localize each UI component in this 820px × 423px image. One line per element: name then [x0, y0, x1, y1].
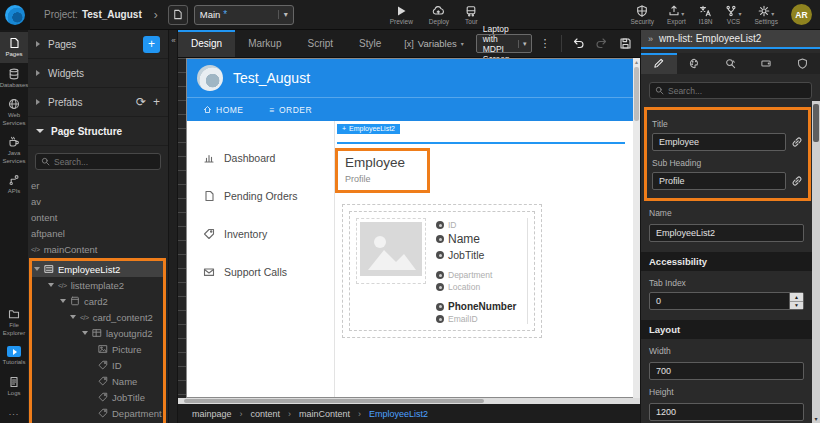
deploy-button[interactable]: Deploy [429, 5, 449, 25]
field-id[interactable]: ID [436, 220, 523, 230]
sidebar-item-support-calls[interactable]: Support Calls [187, 253, 334, 291]
name-input[interactable] [649, 224, 804, 242]
breadcrumb-maincontent[interactable]: mainContent [299, 409, 350, 419]
tab-device[interactable] [748, 53, 784, 74]
export-button[interactable]: ▾ Export [667, 5, 686, 25]
wavemaker-logo[interactable] [0, 0, 30, 30]
tab-markup[interactable]: Markup [235, 30, 294, 57]
field-phonenumber[interactable]: PhoneNumber [436, 301, 523, 312]
sidebar-item-dashboard[interactable]: Dashboard [187, 139, 334, 177]
scroll-up-arrow[interactable]: ▴ [633, 58, 640, 66]
sidebar-item-inventory[interactable]: Inventory [187, 215, 334, 253]
list-item-zone[interactable]: ID Name JobTitle Department Location Pho… [342, 204, 542, 338]
device-selector-dropdown[interactable]: Laptop with MDPI Screen ▾ [476, 34, 532, 53]
tree-node-nav[interactable]: av [28, 193, 168, 209]
rail-item-logs[interactable]: Logs [0, 371, 28, 402]
tree-node-maincontent[interactable]: </>mainContent [28, 241, 168, 257]
scrollbar-thumb[interactable] [813, 104, 819, 142]
rail-item-java-services[interactable]: Java Services [0, 131, 28, 169]
save-button[interactable] [619, 37, 632, 50]
user-avatar[interactable]: AR [791, 4, 812, 25]
add-page-button[interactable]: + [143, 36, 160, 53]
refresh-icon[interactable]: ⟳ [136, 95, 146, 109]
stepper-up-icon[interactable]: ▲ [790, 293, 803, 302]
employee-list-widget[interactable]: Employee Profile ID [337, 142, 625, 338]
nav-item-order[interactable]: ≡ ORDER [270, 105, 313, 115]
security-button[interactable]: Security [630, 5, 653, 25]
canvas-vertical-scrollbar[interactable]: ▴ [633, 58, 640, 398]
structure-search-input[interactable] [54, 157, 155, 167]
widget-selection-chip[interactable]: + EmployeeList2 [337, 124, 400, 134]
breadcrumb-employeelist2[interactable]: EmployeeList2 [369, 409, 428, 419]
section-widgets[interactable]: Widgets [28, 59, 168, 88]
tree-node-jobtitle[interactable]: JobTitle [32, 389, 163, 405]
properties-search-input[interactable] [668, 86, 806, 96]
preview-button[interactable]: Preview [390, 5, 413, 25]
tab-design[interactable]: Design [178, 30, 235, 57]
bind-link-icon[interactable] [791, 175, 803, 187]
vcs-button[interactable]: ▾ VCS [725, 5, 741, 25]
field-jobtitle[interactable]: JobTitle [436, 249, 523, 261]
canvas-page[interactable]: Test_August HOME ≡ ORDER [186, 58, 633, 398]
breadcrumb-mainpage[interactable]: mainpage [192, 409, 232, 419]
more-options-button[interactable]: ⋮ [540, 30, 551, 57]
scrollbar-thumb[interactable] [634, 67, 639, 121]
rail-item-databases[interactable]: Databases [0, 63, 28, 94]
scroll-down-arrow[interactable]: ▾ [812, 415, 820, 422]
rail-overflow-button[interactable]: ... [0, 401, 28, 423]
breadcrumb-content[interactable]: content [251, 409, 281, 419]
tree-node-card-content2[interactable]: </> card_content2 [32, 309, 163, 325]
tree-node-leftpanel[interactable]: aftpanel [28, 225, 168, 241]
app-main-content[interactable]: + EmployeeList2 Employee Profile [335, 121, 633, 397]
settings-button[interactable]: ▾ Settings [755, 5, 779, 25]
tree-node-employeelist2[interactable]: EmployeeList2 [32, 261, 163, 277]
variables-button[interactable]: [x] Variables ▾ [404, 30, 463, 57]
title-input[interactable] [652, 133, 786, 151]
tab-style[interactable]: Style [346, 30, 394, 57]
expand-panel-button[interactable]: » [648, 34, 653, 44]
page-icon-button[interactable] [168, 5, 188, 25]
field-location[interactable]: Location [436, 282, 523, 292]
collapse-panel-button[interactable]: « [169, 36, 178, 45]
properties-scrollbar[interactable]: ▾ [812, 101, 820, 423]
subheading-input[interactable] [652, 172, 786, 190]
width-input[interactable] [649, 362, 804, 380]
redo-button[interactable] [595, 37, 609, 50]
rail-item-pages[interactable]: Pages [0, 32, 28, 63]
tab-properties[interactable] [641, 53, 677, 74]
tree-node-picture[interactable]: Picture [32, 341, 163, 357]
add-prefab-button[interactable]: + [153, 95, 160, 109]
undo-button[interactable] [571, 37, 585, 50]
page-selector-dropdown[interactable]: Main * ▾ [194, 5, 294, 25]
stepper-buttons[interactable]: ▲ ▼ [789, 293, 803, 309]
tour-button[interactable]: Tour [465, 5, 478, 25]
section-page-structure[interactable]: Page Structure [28, 117, 168, 146]
tree-node-content[interactable]: ontent [28, 209, 168, 225]
rail-item-tutorials[interactable]: Tutorials [0, 341, 28, 371]
section-pages[interactable]: Pages + [28, 30, 168, 59]
field-emailid[interactable]: EmailID [436, 314, 523, 324]
tree-node-header[interactable]: er [28, 177, 168, 193]
tree-node-card2[interactable]: card2 [32, 293, 163, 309]
canvas-horizontal-scrollbar[interactable] [178, 398, 640, 404]
tree-node-department[interactable]: Department [32, 405, 163, 421]
tab-styles[interactable] [677, 53, 713, 74]
tree-node-name[interactable]: Name [32, 373, 163, 389]
nav-item-home[interactable]: HOME [203, 105, 244, 115]
section-prefabs[interactable]: Prefabs ⟳ + [28, 88, 168, 117]
app-header[interactable]: Test_August [187, 59, 633, 97]
scrollbar-thumb[interactable] [184, 399, 484, 403]
tree-node-listtemplate2[interactable]: </> listtemplate2 [32, 277, 163, 293]
bind-link-icon[interactable] [791, 136, 803, 148]
picture-placeholder[interactable] [356, 218, 426, 284]
field-department[interactable]: Department [436, 270, 523, 280]
rail-item-file-explorer[interactable]: File Explorer [0, 303, 28, 341]
sidebar-item-pending-orders[interactable]: Pending Orders [187, 177, 334, 215]
rail-item-apis[interactable]: APIs [0, 169, 28, 200]
field-name[interactable]: Name [436, 232, 523, 246]
tab-security[interactable] [784, 53, 820, 74]
list-item-card[interactable]: ID Name JobTitle Department Location Pho… [349, 211, 535, 331]
tree-node-id[interactable]: ID [32, 357, 163, 373]
tab-script[interactable]: Script [295, 30, 347, 57]
stepper-down-icon[interactable]: ▼ [790, 302, 803, 310]
